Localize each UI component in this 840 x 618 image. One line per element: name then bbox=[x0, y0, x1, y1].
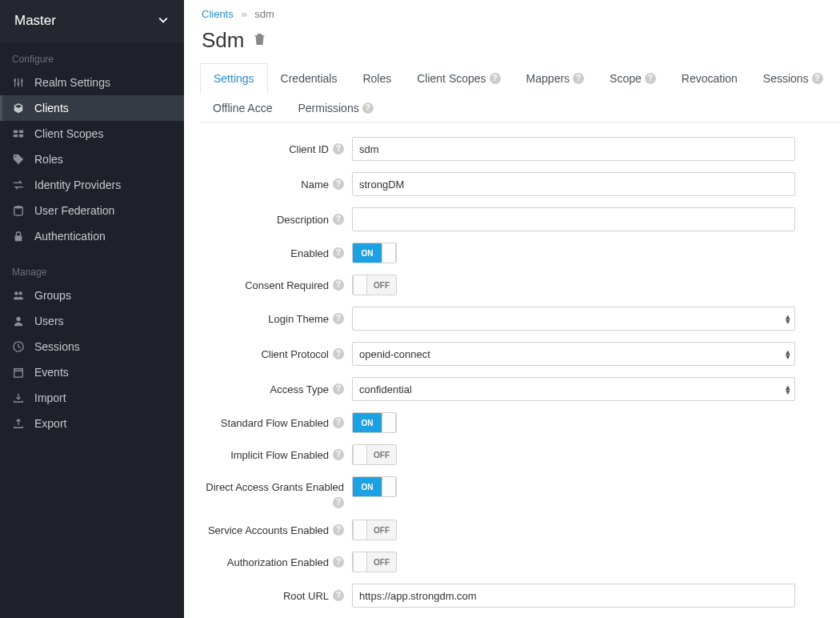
breadcrumb-parent[interactable]: Clients bbox=[202, 8, 234, 20]
page-title: Sdm bbox=[202, 28, 244, 53]
tab-label: Settings bbox=[214, 72, 254, 85]
help-icon[interactable]: ? bbox=[333, 417, 344, 428]
help-icon[interactable]: ? bbox=[645, 73, 656, 84]
access-type-label: Access Type bbox=[270, 383, 329, 395]
help-icon[interactable]: ? bbox=[333, 497, 344, 508]
sidebar-item-identity-providers[interactable]: Identity Providers bbox=[0, 172, 184, 198]
help-icon[interactable]: ? bbox=[333, 247, 344, 259]
sidebar-item-import[interactable]: Import bbox=[0, 385, 184, 411]
help-icon[interactable]: ? bbox=[333, 348, 344, 359]
sidebar-item-groups[interactable]: Groups bbox=[0, 283, 184, 308]
direct-access-toggle[interactable]: ONOFF bbox=[352, 476, 397, 497]
tab-scope[interactable]: Scope ? bbox=[597, 63, 669, 94]
calendar-icon bbox=[12, 367, 25, 378]
sidebar-item-clients[interactable]: Clients bbox=[0, 95, 184, 121]
root-url-input[interactable] bbox=[352, 584, 795, 608]
login-theme-label: Login Theme bbox=[268, 313, 329, 325]
tab-credentials[interactable]: Credentials bbox=[268, 63, 350, 94]
help-icon[interactable]: ? bbox=[333, 449, 344, 460]
tab-label: Sessions bbox=[763, 72, 809, 85]
sidebar-item-label: User Federation bbox=[34, 204, 114, 217]
sidebar-item-authentication[interactable]: Authentication bbox=[0, 223, 184, 249]
help-icon[interactable]: ? bbox=[490, 73, 501, 84]
svg-point-1 bbox=[18, 82, 20, 85]
help-icon[interactable]: ? bbox=[333, 556, 344, 568]
standard-flow-toggle[interactable]: ONOFF bbox=[352, 412, 397, 433]
group-icon bbox=[12, 290, 25, 301]
realm-selector[interactable]: Master bbox=[0, 0, 184, 42]
help-icon[interactable]: ? bbox=[573, 73, 584, 84]
help-icon[interactable]: ? bbox=[333, 279, 344, 291]
tab-label: Client Scopes bbox=[417, 72, 486, 85]
sliders-icon bbox=[12, 77, 25, 88]
tab-sessions[interactable]: Sessions ? bbox=[750, 63, 836, 94]
description-input[interactable] bbox=[352, 207, 795, 231]
consent-required-label: Consent Required bbox=[245, 279, 329, 291]
client-protocol-select[interactable] bbox=[352, 342, 795, 366]
root-url-label: Root URL bbox=[283, 590, 329, 602]
sidebar-item-label: Identity Providers bbox=[34, 179, 121, 191]
tab-label: Revocation bbox=[682, 72, 738, 85]
help-icon[interactable]: ? bbox=[362, 102, 374, 114]
tab-revocation[interactable]: Revocation bbox=[669, 63, 750, 94]
lock-icon bbox=[12, 231, 25, 242]
breadcrumb-current: sdm bbox=[254, 8, 274, 20]
sidebar-item-label: Clients bbox=[34, 102, 69, 114]
sidebar-item-realm-settings[interactable]: Realm Settings bbox=[0, 70, 184, 95]
help-icon[interactable]: ? bbox=[333, 143, 344, 154]
name-label: Name bbox=[301, 179, 329, 191]
authorization-toggle[interactable]: ONOFF bbox=[352, 552, 397, 572]
access-type-select[interactable] bbox=[352, 377, 795, 401]
tab-roles[interactable]: Roles bbox=[350, 63, 404, 94]
tab-settings[interactable]: Settings bbox=[200, 63, 268, 94]
cube-icon bbox=[12, 102, 25, 114]
tab-label: Mappers bbox=[526, 72, 570, 85]
sidebar-item-sessions[interactable]: Sessions bbox=[0, 334, 184, 359]
name-input[interactable] bbox=[352, 172, 795, 196]
svg-point-10 bbox=[18, 291, 22, 295]
svg-rect-6 bbox=[19, 134, 23, 138]
sidebar: Master Configure Realm SettingsClientsCl… bbox=[0, 0, 184, 618]
help-icon[interactable]: ? bbox=[333, 383, 344, 395]
sidebar-item-user-federation[interactable]: User Federation bbox=[0, 198, 184, 223]
implicit-flow-toggle[interactable]: ONOFF bbox=[352, 444, 397, 465]
tab-offline-acce[interactable]: Offline Acce bbox=[200, 94, 285, 122]
client-id-input[interactable] bbox=[352, 137, 795, 161]
sidebar-item-label: Authentication bbox=[34, 230, 106, 243]
help-icon[interactable]: ? bbox=[333, 313, 344, 324]
help-icon[interactable]: ? bbox=[333, 524, 344, 536]
user-icon bbox=[12, 315, 25, 327]
help-icon[interactable]: ? bbox=[812, 73, 823, 84]
svg-rect-4 bbox=[19, 130, 23, 134]
description-label: Description bbox=[277, 214, 329, 226]
help-icon[interactable]: ? bbox=[333, 214, 344, 225]
enabled-label: Enabled bbox=[290, 247, 329, 259]
tab-mappers[interactable]: Mappers ? bbox=[514, 63, 597, 94]
login-theme-select[interactable] bbox=[352, 307, 795, 331]
tab-label: Offline Acce bbox=[213, 102, 272, 114]
sidebar-item-label: Groups bbox=[34, 289, 71, 302]
sidebar-item-label: Realm Settings bbox=[34, 76, 110, 89]
tab-label: Roles bbox=[362, 72, 391, 85]
sidebar-item-export[interactable]: Export bbox=[0, 411, 184, 436]
help-icon[interactable]: ? bbox=[333, 590, 344, 601]
export-icon bbox=[12, 418, 25, 429]
sidebar-item-label: Users bbox=[34, 315, 64, 327]
sidebar-item-events[interactable]: Events bbox=[0, 359, 184, 385]
sidebar-item-users[interactable]: Users bbox=[0, 308, 184, 334]
consent-required-toggle[interactable]: ONOFF bbox=[352, 275, 397, 295]
tab-client-scopes[interactable]: Client Scopes ? bbox=[404, 63, 513, 94]
sidebar-item-roles[interactable]: Roles bbox=[0, 146, 184, 172]
tab-label: Scope bbox=[610, 72, 642, 85]
sidebar-item-client-scopes[interactable]: Client Scopes bbox=[0, 121, 184, 146]
enabled-toggle[interactable]: ONOFF bbox=[352, 243, 397, 263]
tab-permissions[interactable]: Permissions ? bbox=[285, 94, 386, 122]
delete-icon[interactable] bbox=[254, 33, 266, 48]
svg-rect-3 bbox=[14, 130, 18, 134]
svg-rect-13 bbox=[14, 369, 23, 378]
exchange-icon bbox=[12, 179, 25, 191]
service-accounts-toggle[interactable]: ONOFF bbox=[352, 520, 397, 540]
help-icon[interactable]: ? bbox=[333, 179, 344, 190]
sidebar-item-label: Roles bbox=[34, 153, 63, 166]
sidebar-section-manage: Manage bbox=[0, 255, 184, 283]
